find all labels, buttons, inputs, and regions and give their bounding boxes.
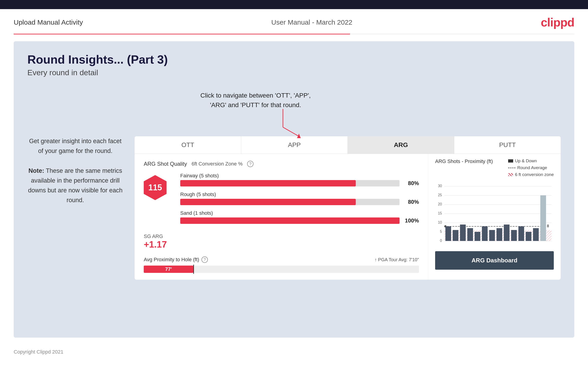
proximity-section: Avg Proximity to Hole (ft) ? ↑ PGA Tour … [144,257,419,273]
svg-rect-22 [445,226,451,241]
svg-rect-35 [540,195,546,241]
proximity-cursor [193,265,194,274]
sand-bar-container: 100% [180,217,419,224]
legend-up-down-box [508,159,513,163]
tabs-container: OTT APP ARG PUTT [135,136,561,154]
sg-value: +1.17 [144,239,419,250]
card-panel: OTT APP ARG PUTT ARG Shot Quality 6ft Co… [135,136,561,280]
card-area: Click to navigate between 'OTT', 'APP', … [135,91,561,280]
top-bar [0,0,588,9]
hex-score-badge: 115 [144,175,167,200]
conversion-zone-label: 6ft Conversion Zone % [191,161,242,167]
legend-round-avg: Round Average [508,165,554,170]
tab-putt[interactable]: PUTT [454,136,561,154]
content-layout: Get greater insight into each facet of y… [27,91,561,280]
upload-manual-link[interactable]: Upload Manual Activity [14,18,83,26]
svg-text:20: 20 [438,202,442,206]
note-label: Note: [28,167,44,174]
rough-label: Rough (5 shots) [180,192,419,197]
sand-label: Sand (1 shots) [180,210,419,216]
legend-up-down: Up & Down [508,158,554,163]
svg-rect-29 [496,228,502,241]
navigation-arrow [281,109,308,141]
manual-title: User Manual - March 2022 [271,18,352,26]
pga-avg-label: ↑ PGA Tour Avg: 7'10" [374,257,419,262]
fairway-bar-container: 80% [180,180,419,186]
rough-bar-track [180,199,399,205]
svg-text:30: 30 [438,184,442,188]
svg-rect-25 [467,228,473,241]
svg-rect-26 [475,232,480,241]
proximity-help-icon[interactable]: ? [201,257,208,263]
proximity-bar-track: 77' [144,266,419,273]
rough-pct: 80% [403,199,419,205]
sg-section: SG ARG +1.17 [144,234,419,250]
copyright-text: Copyright Clippd 2021 [14,349,63,355]
sg-label: SG ARG [144,234,419,239]
legend-conversion-box [508,173,513,176]
left-panel: Get greater insight into each facet of y… [27,91,123,280]
tab-ott[interactable]: OTT [135,136,241,154]
proximity-header: Avg Proximity to Hole (ft) ? ↑ PGA Tour … [144,257,419,263]
fairway-bar-row: Fairway (5 shots) 80% [180,173,419,186]
fairway-pct: 80% [403,180,419,186]
card-right-section: ARG Shots - Proximity (ft) Up & Down Rou… [428,154,561,280]
rough-bar-row: Rough (5 shots) 80% [180,192,419,205]
sand-pct: 100% [403,217,419,224]
header-divider [14,34,574,34]
sand-bar-fill [180,217,399,224]
svg-rect-24 [460,225,466,241]
bars-section: Fairway (5 shots) 80% Rou [180,173,419,229]
chart-title: ARG Shots - Proximity (ft) [435,158,493,164]
proximity-chart: 30 25 20 15 10 5 0 [435,182,554,245]
main-content: Round Insights... (Part 3) Every round i… [14,41,574,338]
sand-bar-row: Sand (1 shots) 100% [180,210,419,224]
arg-section-header: ARG Shot Quality 6ft Conversion Zone % ? [144,161,419,167]
header: Upload Manual Activity User Manual - Mar… [0,9,588,34]
svg-rect-30 [504,225,510,241]
proximity-bar-fill: 77' [144,266,193,273]
footer: Copyright Clippd 2021 [0,344,588,359]
legend-round-avg-dash [508,167,515,168]
rough-bar-fill [180,199,356,205]
svg-text:10: 10 [438,220,442,224]
fairway-bar-track [180,180,399,186]
help-icon[interactable]: ? [247,161,253,167]
arg-dashboard-button[interactable]: ARG Dashboard [435,251,554,270]
legend-conversion-zone: 6 ft conversion zone [508,172,554,177]
svg-text:0: 0 [440,239,442,242]
svg-rect-34 [533,228,539,241]
svg-line-1 [283,127,299,136]
tab-arg[interactable]: ARG [348,136,454,154]
proximity-title: Avg Proximity to Hole (ft) ? [144,257,208,263]
chart-legend: Up & Down Round Average 6 ft conversion … [508,158,554,177]
insight-text: Get greater insight into each facet of y… [27,136,123,205]
chart-header: ARG Shots - Proximity (ft) Up & Down Rou… [435,158,554,177]
page-subtitle: Every round in detail [27,68,561,77]
svg-rect-33 [526,232,531,241]
svg-text:15: 15 [438,211,442,215]
rough-bar-container: 80% [180,199,419,205]
svg-text:8: 8 [547,224,549,228]
arg-shot-quality-label: ARG Shot Quality [144,161,187,167]
card-left-section: ARG Shot Quality 6ft Conversion Zone % ?… [135,154,428,280]
annotation-area: Click to navigate between 'OTT', 'APP', … [135,91,561,136]
svg-text:5: 5 [440,230,442,234]
svg-rect-27 [482,226,488,241]
chart-area: 30 25 20 15 10 5 0 [435,182,554,245]
hex-bars-row: 115 Fairway (5 shots) 80% [144,173,419,229]
fairway-label: Fairway (5 shots) [180,173,419,179]
card-body: ARG Shot Quality 6ft Conversion Zone % ?… [135,154,561,280]
page-title: Round Insights... (Part 3) [27,53,561,66]
svg-rect-28 [489,230,495,241]
proximity-value: 77' [165,266,172,272]
svg-rect-23 [453,230,458,241]
svg-rect-31 [511,230,517,241]
navigation-hint: Click to navigate between 'OTT', 'APP', … [199,91,313,110]
clippd-logo: clippd [541,16,574,29]
svg-rect-32 [519,226,524,241]
svg-text:25: 25 [438,193,442,197]
fairway-bar-fill [180,180,356,186]
sand-bar-track [180,217,399,224]
